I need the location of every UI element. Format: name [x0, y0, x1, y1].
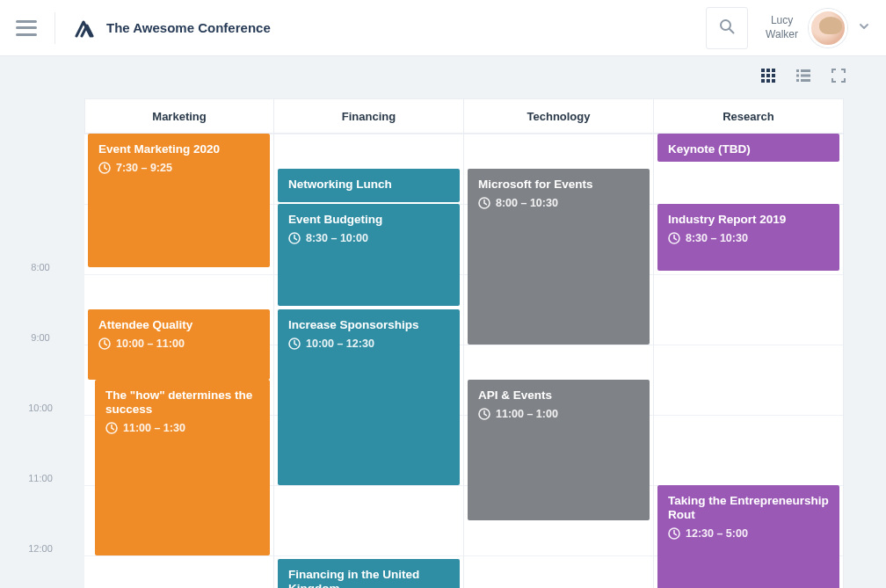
event-card[interactable]: Microsoft for Events8:00 – 10:30 — [468, 169, 650, 345]
clock-icon — [288, 338, 301, 350]
brand-title: The Awesome Conference — [106, 20, 271, 35]
brand-logo-icon — [73, 18, 96, 38]
clock-icon — [105, 422, 118, 434]
track-column-research: Keynote (TBD)Industry Report 20198:30 – … — [654, 134, 844, 588]
svg-rect-6 — [766, 74, 770, 77]
event-time: 8:30 – 10:00 — [288, 232, 449, 244]
event-title: Keynote (TBD) — [668, 142, 829, 156]
svg-line-1 — [730, 29, 734, 33]
list-view-icon — [796, 69, 810, 86]
track-header-financing[interactable]: Financing — [274, 98, 464, 134]
clock-icon — [668, 527, 680, 540]
search-icon — [719, 18, 735, 38]
clock-icon — [478, 197, 490, 209]
event-time: 10:00 – 12:30 — [288, 338, 449, 350]
svg-rect-9 — [766, 79, 770, 83]
time-label: 12:00 — [4, 543, 77, 554]
event-title: Industry Report 2019 — [668, 213, 829, 227]
event-title: Networking Lunch — [288, 178, 449, 192]
avatar — [809, 9, 847, 47]
agenda-grid: Event Marketing 20207:30 – 9:25Attendee … — [84, 134, 844, 588]
event-title: Event Budgeting — [288, 213, 449, 227]
event-time: 7:30 – 9:25 — [98, 162, 259, 174]
event-title: Increase Sponsorships — [288, 318, 449, 332]
event-card[interactable]: Increase Sponsorships10:00 – 12:30 — [278, 309, 460, 485]
chevron-down-icon — [858, 20, 870, 36]
search-button[interactable] — [706, 7, 748, 49]
event-card[interactable]: The "how" determines the success11:00 – … — [95, 380, 270, 555]
clock-icon — [98, 338, 111, 350]
event-card[interactable]: Event Budgeting8:30 – 10:00 — [278, 204, 460, 306]
svg-rect-5 — [761, 74, 765, 77]
event-time: 12:30 – 5:00 — [668, 527, 829, 540]
user-name: Lucy Walker — [766, 14, 798, 41]
svg-rect-12 — [801, 69, 810, 72]
svg-rect-13 — [796, 75, 799, 77]
agenda: 8:009:0010:0011:0012:001:00 MarketingFin… — [0, 98, 886, 588]
clock-icon — [668, 232, 680, 244]
clock-icon — [478, 408, 490, 420]
svg-rect-4 — [772, 69, 775, 72]
event-title: Attendee Quality — [98, 318, 259, 332]
event-card[interactable]: Keynote (TBD) — [657, 134, 839, 162]
event-time: 11:00 – 1:30 — [105, 422, 259, 434]
view-controls — [0, 56, 886, 98]
event-title: The "how" determines the success — [105, 388, 259, 417]
fullscreen-icon — [832, 69, 846, 86]
event-card[interactable]: Industry Report 20198:30 – 10:30 — [657, 204, 839, 271]
grid-view-icon — [761, 69, 775, 86]
svg-rect-7 — [772, 74, 775, 77]
track-header-technology[interactable]: Technology — [464, 98, 654, 134]
time-label: 9:00 — [4, 332, 77, 343]
event-title: API & Events — [478, 388, 639, 403]
event-card[interactable]: API & Events11:00 – 1:00 — [468, 380, 650, 520]
event-time: 8:30 – 10:30 — [668, 232, 829, 244]
event-card[interactable]: Attendee Quality10:00 – 11:00 — [88, 309, 270, 380]
user-menu[interactable]: Lucy Walker — [766, 9, 870, 47]
clock-icon — [288, 232, 301, 244]
track-header-row: MarketingFinancingTechnologyResearch — [84, 98, 844, 134]
separator — [54, 12, 55, 44]
event-title: Microsoft for Events — [478, 178, 639, 192]
event-time: 11:00 – 1:00 — [478, 408, 639, 420]
event-time: 10:00 – 11:00 — [98, 338, 259, 350]
time-label: 10:00 — [4, 403, 77, 413]
svg-rect-15 — [796, 79, 799, 82]
event-time: 8:00 – 10:30 — [478, 197, 639, 209]
event-card[interactable]: Financing in the United Kingdom — [278, 559, 460, 588]
event-card[interactable]: Taking the Entrepreneurship Rout12:30 – … — [657, 485, 839, 588]
top-bar: The Awesome Conference Lucy Walker — [0, 0, 886, 56]
list-view-button[interactable] — [795, 69, 812, 86]
track-column-marketing: Event Marketing 20207:30 – 9:25Attendee … — [84, 134, 274, 588]
event-title: Financing in the United Kingdom — [288, 568, 449, 588]
menu-button[interactable] — [16, 20, 37, 36]
fullscreen-button[interactable] — [830, 69, 847, 86]
grid-view-button[interactable] — [759, 69, 777, 86]
svg-rect-11 — [796, 69, 799, 72]
track-header-marketing[interactable]: Marketing — [84, 98, 274, 134]
track-column-technology: Microsoft for Events8:00 – 10:30API & Ev… — [464, 134, 654, 588]
svg-rect-3 — [766, 69, 770, 72]
svg-rect-8 — [761, 79, 765, 83]
svg-rect-10 — [772, 79, 775, 83]
track-column-financing: Networking LunchEvent Budgeting8:30 – 10… — [274, 134, 464, 588]
svg-rect-16 — [801, 79, 810, 82]
clock-icon — [98, 162, 111, 174]
event-title: Event Marketing 2020 — [98, 142, 259, 156]
time-label: 11:00 — [4, 473, 77, 483]
svg-rect-2 — [761, 69, 765, 72]
svg-rect-14 — [801, 75, 810, 77]
event-card[interactable]: Networking Lunch — [278, 169, 460, 202]
event-title: Taking the Entrepreneurship Rout — [668, 494, 829, 522]
track-header-research[interactable]: Research — [654, 98, 844, 134]
time-label: 8:00 — [4, 262, 77, 272]
brand[interactable]: The Awesome Conference — [73, 18, 271, 38]
event-card[interactable]: Event Marketing 20207:30 – 9:25 — [88, 134, 270, 267]
